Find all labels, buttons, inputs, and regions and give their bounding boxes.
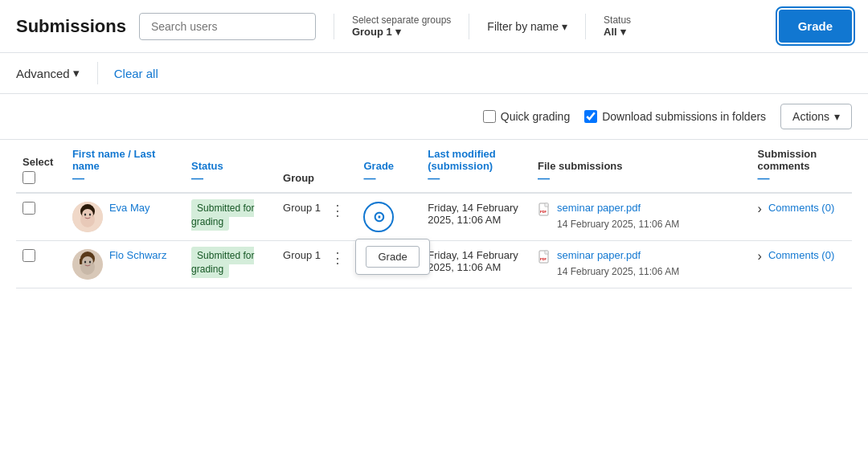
comments-link-2[interactable]: Comments (0) (768, 249, 834, 261)
row-lastmod-cell-2: Friday, 14 February 2025, 11:06 AM (421, 241, 531, 288)
filter-by-name-button[interactable]: Filter by name ▾ (487, 20, 567, 33)
quick-grading-checkbox-label[interactable]: Quick grading (483, 110, 570, 123)
avatar-2 (72, 249, 103, 280)
svg-text:PDF: PDF (540, 257, 547, 261)
row-group-cell-2: Group 1 ⋮ (276, 241, 357, 288)
chevron-right-icon-1[interactable]: › (758, 202, 762, 216)
avatar-1 (72, 202, 103, 232)
group-value-1: Group 1 (283, 202, 321, 214)
file-name-1: seminar paper.pdf (557, 202, 641, 214)
name-cell-2: Flo Schwarz (72, 249, 178, 280)
sort-dash-lastmod: — (428, 172, 525, 184)
chevron-down-icon: ▾ (620, 26, 626, 38)
actions-button[interactable]: Actions ▾ (780, 104, 852, 129)
advanced-button[interactable]: Advanced ▾ (16, 61, 88, 85)
chevron-down-icon: ▾ (73, 66, 80, 80)
group-value-2: Group 1 (283, 249, 321, 261)
sort-dash-files: — (538, 172, 745, 184)
svg-rect-17 (545, 251, 548, 254)
filter-divider (97, 62, 98, 84)
row-grade-cell-1: ⊙ Grade (357, 193, 421, 241)
divider-1 (334, 14, 334, 39)
user-link-2[interactable]: Flo Schwarz (109, 249, 167, 261)
user-link-1[interactable]: Eva May (109, 202, 150, 214)
grade-popup-container: ⊙ Grade (363, 202, 415, 232)
th-file-submissions: File submissions — (531, 140, 751, 193)
last-modified-2: Friday, 14 February 2025, 11:06 AM (428, 249, 518, 273)
status-value: All ▾ (604, 26, 631, 38)
three-dots-group-2[interactable]: ⋮ (326, 249, 350, 267)
search-input[interactable] (139, 13, 316, 40)
select-all-checkbox[interactable] (23, 171, 35, 184)
th-grade[interactable]: Grade — (357, 140, 421, 193)
submissions-table: Select First name / Last name — Status — (16, 140, 852, 288)
grade-popup-1: Grade (355, 239, 429, 275)
submissions-table-container: Select First name / Last name — Status — (0, 140, 868, 288)
status-select[interactable]: Status All ▾ (604, 14, 631, 38)
file-container-2: PDF seminar paper.pdf 14 February 2025, … (538, 249, 745, 277)
status-badge-2: Submitted for grading (191, 247, 254, 278)
th-status[interactable]: Status — (185, 140, 276, 193)
clear-all-button[interactable]: Clear all (108, 62, 165, 85)
grade-button[interactable]: Grade (779, 10, 852, 43)
svg-text:PDF: PDF (540, 210, 547, 214)
svg-rect-15 (80, 259, 82, 264)
chevron-down-icon: ▾ (562, 20, 567, 33)
comments-link-1[interactable]: Comments (0) (768, 202, 834, 214)
row-lastmod-cell-1: Friday, 14 February 2025, 11:06 AM (421, 193, 531, 241)
svg-rect-7 (545, 203, 548, 207)
status-badge-1: Submitted for grading (191, 199, 254, 231)
quick-grading-label: Quick grading (501, 110, 570, 123)
svg-point-4 (84, 214, 86, 216)
th-last-modified[interactable]: Last modified (submission) — (421, 140, 531, 193)
row-status-cell-1: Submitted for grading (185, 193, 276, 241)
quick-grading-checkbox[interactable] (483, 110, 496, 123)
th-submission-comments: Submission comments — (751, 140, 852, 193)
file-link-1[interactable]: PDF seminar paper.pdf (538, 202, 745, 217)
grade-popup-grade-button-1[interactable]: Grade (366, 246, 419, 268)
row-checkbox-2[interactable] (23, 249, 35, 262)
download-folders-checkbox-label[interactable]: Download submissions in folders (584, 110, 766, 123)
file-link-2[interactable]: PDF seminar paper.pdf (538, 249, 745, 264)
th-select: Select (16, 140, 66, 193)
sort-dash-name: — (72, 172, 178, 184)
row-select-cell (16, 193, 66, 241)
row-comments-cell-1: › Comments (0) (751, 193, 852, 241)
group-label: Select separate groups (352, 14, 451, 26)
table-row: Flo Schwarz Submitted for grading Group … (16, 241, 852, 288)
file-date-1: 14 February 2025, 11:06 AM (538, 219, 745, 230)
grade-circle-button-1[interactable]: ⊙ (363, 202, 394, 232)
row-files-cell-1: PDF seminar paper.pdf 14 February 2025, … (531, 193, 751, 241)
row-name-cell: Flo Schwarz (66, 241, 185, 288)
chevron-down-icon: ▾ (395, 26, 401, 38)
divider-3 (585, 14, 586, 39)
page-title: Submissions (16, 16, 126, 37)
pdf-icon-1: PDF (538, 202, 552, 217)
file-container-1: PDF seminar paper.pdf 14 February 2025, … (538, 202, 745, 230)
status-label: Status (604, 14, 631, 26)
group-select[interactable]: Select separate groups Group 1 ▾ (352, 14, 451, 38)
three-dots-group-1[interactable]: ⋮ (326, 202, 350, 219)
header-bar: Submissions Select separate groups Group… (0, 0, 868, 53)
row-group-cell-1: Group 1 ⋮ (276, 193, 357, 241)
download-folders-label: Download submissions in folders (602, 110, 766, 123)
sort-dash-status: — (191, 172, 270, 184)
options-bar: Quick grading Download submissions in fo… (0, 94, 868, 140)
table-header-row: Select First name / Last name — Status — (16, 140, 852, 193)
last-modified-1: Friday, 14 February 2025, 11:06 AM (428, 202, 518, 226)
row-name-cell: Eva May (66, 193, 185, 241)
file-name-2: seminar paper.pdf (557, 249, 641, 261)
table-row: Eva May Submitted for grading Group 1 ⋮ … (16, 193, 852, 241)
row-files-cell-2: PDF seminar paper.pdf 14 February 2025, … (531, 241, 751, 288)
row-checkbox-1[interactable] (23, 202, 35, 215)
chevron-right-icon-2[interactable]: › (758, 249, 762, 264)
download-folders-checkbox[interactable] (584, 110, 597, 123)
th-group: Group (276, 140, 357, 193)
file-date-2: 14 February 2025, 11:06 AM (538, 266, 745, 277)
row-status-cell-2: Submitted for grading (185, 241, 276, 288)
pdf-icon-2: PDF (538, 250, 552, 264)
chevron-down-icon: ▾ (834, 110, 840, 123)
sort-dash-comments: — (758, 172, 845, 184)
th-name[interactable]: First name / Last name — (66, 140, 185, 193)
row-comments-cell-2: › Comments (0) (751, 241, 852, 288)
